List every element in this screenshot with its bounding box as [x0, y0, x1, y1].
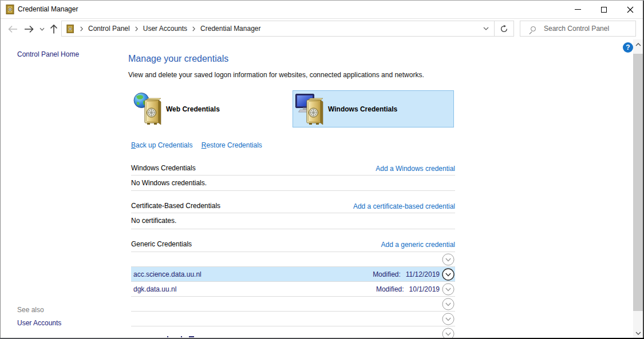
expand-credential-button[interactable]: [442, 268, 455, 281]
add-windows-credential-link[interactable]: Add a Windows credential: [376, 165, 455, 173]
restore-credentials-link[interactable]: Restore Credentials: [202, 141, 262, 149]
window-title: Credential Manager: [18, 5, 78, 13]
tile-web-credentials[interactable]: Web Credentials: [131, 90, 293, 127]
divider: [131, 175, 455, 176]
breadcrumb-app-icon: [66, 25, 75, 33]
help-button[interactable]: ?: [623, 42, 633, 53]
recent-pages-dropdown[interactable]: [38, 19, 46, 39]
address-bar[interactable]: Control Panel User Accounts Credential M…: [61, 21, 495, 37]
minimize-button[interactable]: [564, 1, 591, 18]
tile-windows-credentials[interactable]: Windows Credentials: [293, 90, 454, 127]
expand-credential-button[interactable]: [442, 298, 455, 310]
breadcrumb-separator-icon: [75, 26, 88, 31]
tile-web-credentials-label: Web Credentials: [166, 105, 220, 113]
credential-manager-icon: [6, 5, 15, 17]
add-certificate-credential-link[interactable]: Add a certificate-based credential: [353, 202, 455, 210]
search-box[interactable]: Search Control Panel: [520, 21, 636, 37]
breadcrumb-user-accounts[interactable]: User Accounts: [143, 25, 187, 33]
breadcrumb-credential-manager[interactable]: Credential Manager: [200, 25, 260, 33]
search-placeholder: Search Control Panel: [544, 25, 609, 33]
clipped-row-text: [181, 336, 182, 337]
expand-credential-button[interactable]: [442, 253, 455, 266]
see-also-label: See also: [17, 306, 44, 314]
no-windows-credentials-text: No Windows credentials.: [131, 179, 207, 187]
backup-credentials-link[interactable]: Back up Credentials: [131, 141, 192, 149]
maximize-icon: [601, 7, 607, 13]
minimize-icon: [575, 9, 581, 10]
sidebar-item-control-panel-home[interactable]: Control Panel Home: [17, 50, 79, 58]
credential-row[interactable]: [131, 297, 455, 312]
tile-windows-credentials-label: Windows Credentials: [328, 105, 397, 113]
expand-credential-button[interactable]: [442, 283, 455, 296]
page-description: View and delete your saved logon informa…: [128, 71, 424, 79]
breadcrumb-separator-icon: [130, 26, 143, 31]
credential-actions: Back up Credentials Restore Credentials: [131, 141, 262, 149]
vertical-scrollbar[interactable]: [633, 39, 643, 338]
breadcrumb-separator-icon: [187, 26, 200, 31]
close-button[interactable]: [617, 1, 643, 18]
back-button[interactable]: [6, 19, 19, 39]
section-windows-credentials-title: Windows Credentials: [131, 164, 196, 172]
refresh-button[interactable]: [495, 21, 514, 37]
windows-credentials-icon: [295, 92, 325, 126]
divider: [131, 213, 455, 213]
search-icon: [531, 26, 536, 31]
add-generic-credential-link[interactable]: Add a generic credential: [381, 241, 455, 249]
scroll-up-icon[interactable]: [633, 39, 643, 49]
clipped-row-text: [167, 336, 168, 337]
scrollbar-thumb[interactable]: [633, 54, 643, 311]
credential-manager-window: Credential Manager: [0, 0, 644, 339]
clipped-row-text: [189, 336, 194, 337]
sidebar-item-user-accounts[interactable]: User Accounts: [17, 319, 61, 327]
title-bar: Credential Manager: [0, 1, 644, 19]
address-dropdown-icon[interactable]: [483, 27, 489, 30]
credential-row[interactable]: [131, 326, 455, 339]
web-credentials-icon: [133, 92, 163, 126]
close-icon: [627, 6, 634, 13]
maximize-button[interactable]: [591, 1, 617, 18]
up-button[interactable]: [48, 19, 60, 39]
credential-row-acc-science[interactable]: acc.science.data.uu.nl Modified:11/12/20…: [131, 267, 455, 282]
divider: [131, 229, 455, 229]
generic-credentials-list: acc.science.data.uu.nl Modified:11/12/20…: [131, 252, 455, 339]
page-title: Manage your credentials: [128, 54, 228, 64]
scroll-down-icon[interactable]: [633, 328, 643, 338]
navigation-toolbar: Control Panel User Accounts Credential M…: [0, 19, 644, 39]
forward-button[interactable]: [22, 19, 35, 39]
section-generic-credentials-title: Generic Credentials: [131, 240, 192, 248]
window-border-left: [0, 1, 1, 339]
credential-row[interactable]: [131, 312, 455, 326]
section-certificate-credentials-title: Certificate-Based Credentials: [131, 202, 220, 210]
no-certificates-text: No certificates.: [131, 217, 176, 225]
credential-row-dgk[interactable]: dgk.data.uu.nl Modified:10/1/2019: [131, 282, 455, 297]
breadcrumb-control-panel[interactable]: Control Panel: [88, 25, 130, 33]
divider: [131, 190, 455, 191]
credential-row[interactable]: [131, 252, 455, 267]
expand-credential-button[interactable]: [442, 313, 455, 325]
expand-credential-button[interactable]: [442, 328, 455, 339]
